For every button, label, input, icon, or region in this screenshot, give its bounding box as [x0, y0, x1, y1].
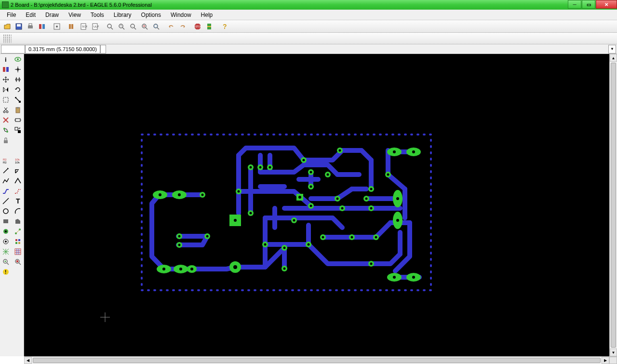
vertical-scrollbar[interactable]: ▲ ▼ — [609, 54, 617, 356]
copy-tool[interactable] — [13, 75, 23, 84]
svg-rect-80 — [18, 239, 20, 241]
menu-view[interactable]: View — [64, 10, 86, 20]
smash2-tool[interactable] — [0, 166, 11, 175]
vscroll-thumb[interactable] — [611, 63, 616, 348]
board-canvas[interactable] — [24, 54, 609, 356]
stop-button[interactable]: STOP — [192, 21, 203, 32]
text-tool[interactable]: T — [13, 196, 23, 206]
svg-point-137 — [250, 166, 252, 169]
display-tool[interactable] — [0, 65, 11, 74]
app-icon — [2, 1, 9, 8]
delete-tool[interactable] — [0, 115, 11, 125]
hscroll-thumb[interactable] — [33, 358, 601, 363]
pcb-view[interactable] — [24, 54, 609, 356]
value-tool[interactable]: 10k10k — [13, 156, 23, 165]
svg-point-173 — [322, 236, 324, 239]
svg-point-135 — [178, 244, 181, 246]
svg-rect-2 — [28, 26, 33, 28]
svg-point-177 — [365, 198, 368, 200]
menu-options[interactable]: Options — [136, 10, 166, 20]
lock-tool[interactable] — [0, 135, 11, 145]
arc-tool[interactable] — [13, 206, 23, 216]
wire-tool[interactable] — [0, 196, 11, 206]
svg-text:!: ! — [5, 270, 6, 275]
route-tool[interactable] — [0, 186, 11, 196]
zoom-out-button[interactable]: - — [128, 21, 138, 32]
menu-draw[interactable]: Draw — [40, 10, 64, 20]
errors-tool[interactable]: ! — [0, 267, 11, 277]
svg-text:STOP: STOP — [195, 25, 201, 28]
polygon-tool[interactable] — [13, 216, 23, 226]
help-button[interactable]: ? — [219, 21, 229, 32]
open-button[interactable] — [2, 21, 13, 32]
main-toolbar: SCR ULP + - STOP ? — [0, 20, 617, 33]
erc-tool[interactable] — [0, 257, 11, 267]
rect-tool[interactable] — [0, 216, 11, 226]
undo-button[interactable] — [166, 21, 176, 32]
mirror-tool[interactable] — [0, 85, 11, 94]
menu-edit[interactable]: Edit — [21, 10, 40, 20]
library-button[interactable] — [67, 21, 77, 32]
window-title: 2 Board - B:\projekt\deska 2.brd - EAGLE… — [11, 2, 567, 8]
minimize-button[interactable]: ─ — [568, 0, 581, 9]
circle-tool[interactable] — [0, 206, 11, 216]
ripup-tool[interactable] — [13, 186, 23, 196]
rotate-tool[interactable] — [13, 85, 23, 94]
zoom-fit-button[interactable] — [105, 21, 115, 32]
scroll-up-button[interactable]: ▲ — [610, 54, 617, 62]
paste-tool[interactable] — [13, 105, 23, 115]
change-tool[interactable] — [13, 95, 23, 105]
group-tool[interactable] — [0, 95, 11, 105]
zoom-select-button[interactable] — [151, 21, 161, 32]
smash-tool[interactable] — [0, 146, 24, 155]
scroll-right-button[interactable]: ▶ — [602, 357, 609, 364]
maximize-button[interactable]: ▭ — [582, 0, 595, 9]
menu-library[interactable]: Library — [109, 10, 136, 20]
hole-tool[interactable] — [0, 237, 11, 246]
script-button[interactable]: SCR — [78, 21, 89, 32]
signal-tool[interactable] — [13, 227, 23, 236]
optimize-tool[interactable] — [13, 176, 23, 186]
add-tool[interactable] — [13, 115, 23, 125]
command-dropdown[interactable]: ▼ — [608, 45, 616, 54]
save-button[interactable] — [13, 21, 24, 32]
show-tool[interactable] — [13, 54, 23, 64]
layer-selector[interactable] — [1, 45, 25, 54]
cut-tool[interactable] — [0, 105, 11, 115]
svg-point-125 — [393, 276, 396, 279]
drc-tool[interactable] — [13, 257, 23, 267]
scroll-down-button[interactable]: ▼ — [610, 349, 617, 356]
zoom-in-button[interactable]: + — [116, 21, 127, 32]
ratsnest-tool[interactable] — [0, 247, 11, 256]
svg-rect-44 — [3, 97, 8, 102]
miter-tool[interactable] — [13, 166, 23, 175]
via-tool[interactable] — [0, 227, 11, 236]
mark-tool[interactable] — [13, 65, 23, 74]
move-tool[interactable] — [0, 75, 11, 84]
zoom-redraw-button[interactable] — [139, 21, 150, 32]
menu-window[interactable]: Window — [166, 10, 196, 20]
svg-point-153 — [293, 219, 295, 222]
print-button[interactable] — [25, 21, 36, 32]
svg-point-129 — [201, 194, 204, 196]
go-button[interactable] — [204, 21, 215, 32]
horizontal-scrollbar[interactable]: ◀ ▶ — [24, 356, 617, 364]
split-tool[interactable] — [0, 176, 11, 186]
menu-file[interactable]: File — [2, 10, 21, 20]
svg-rect-60 — [18, 130, 21, 133]
close-button[interactable]: ✕ — [596, 0, 617, 9]
cam-button[interactable] — [37, 21, 47, 32]
info-tool[interactable]: i — [0, 54, 11, 64]
name-tool[interactable]: R2R2 — [0, 156, 11, 165]
schematic-button[interactable] — [52, 21, 62, 32]
grid-button[interactable] — [2, 33, 13, 44]
scroll-left-button[interactable]: ◀ — [24, 357, 32, 364]
pinswap-tool[interactable] — [0, 125, 11, 135]
menu-tools[interactable]: Tools — [86, 10, 109, 20]
auto-tool[interactable] — [13, 247, 23, 256]
redo-button[interactable] — [177, 21, 188, 32]
menu-help[interactable]: Help — [196, 10, 218, 20]
replace-tool[interactable] — [13, 125, 23, 135]
attribute-tool[interactable] — [13, 237, 23, 246]
ulp-button[interactable]: ULP — [90, 21, 100, 32]
